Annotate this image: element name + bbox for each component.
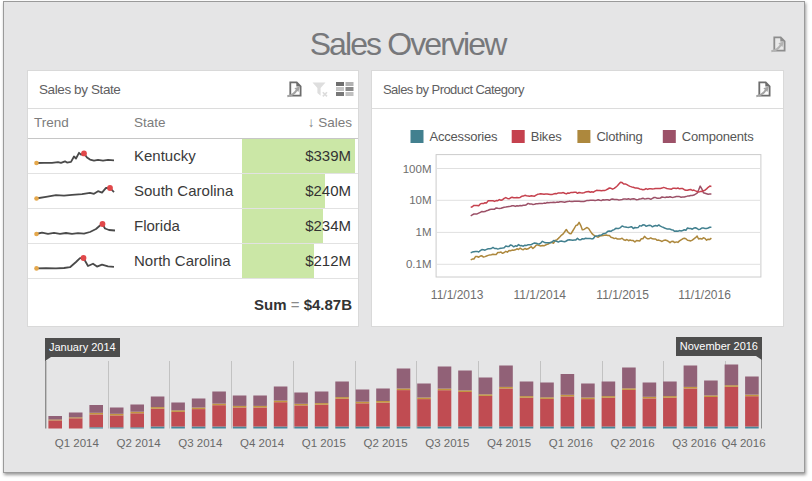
svg-text:Q1 2015: Q1 2015 (302, 437, 346, 449)
svg-text:Q4 2015: Q4 2015 (487, 437, 531, 449)
svg-text:Q1 2014: Q1 2014 (55, 437, 100, 449)
svg-text:Q2 2015: Q2 2015 (363, 437, 407, 449)
svg-text:Q2 2016: Q2 2016 (610, 437, 654, 449)
svg-text:Q3 2014: Q3 2014 (178, 437, 223, 449)
svg-text:Q3 2016: Q3 2016 (672, 437, 716, 449)
svg-text:Q2 2014: Q2 2014 (117, 437, 162, 449)
svg-text:Q3 2015: Q3 2015 (425, 437, 469, 449)
svg-text:Q1 2016: Q1 2016 (549, 437, 593, 449)
svg-text:Q4 2016: Q4 2016 (721, 437, 765, 449)
svg-text:Q4 2014: Q4 2014 (240, 437, 285, 449)
